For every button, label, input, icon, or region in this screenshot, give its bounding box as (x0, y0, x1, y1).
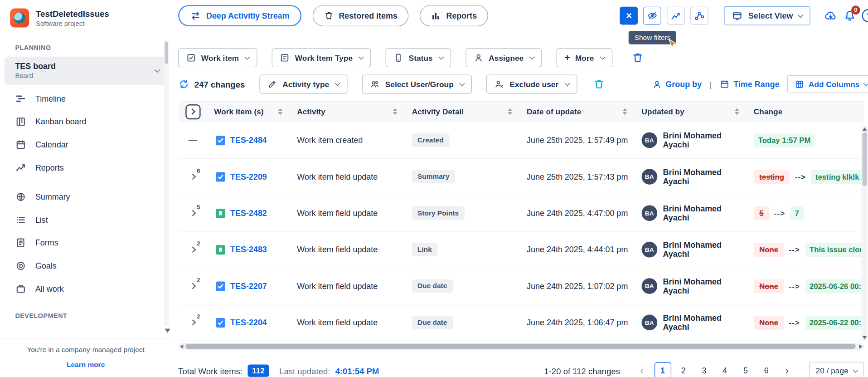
sort-icon[interactable] (508, 108, 512, 115)
chevron-right-icon (189, 173, 196, 180)
sidebar-item-tes-board[interactable]: TES board Board (5, 57, 166, 85)
scroll-up-icon[interactable] (862, 127, 867, 131)
restored-items-button[interactable]: Restored items (312, 5, 408, 26)
board-view-icon (732, 10, 742, 21)
select-user-group-dropdown[interactable]: Select User/Group (362, 74, 472, 93)
sort-icon[interactable] (623, 108, 627, 115)
previous-page-button[interactable]: ‹ (634, 362, 650, 377)
page-button-3[interactable]: 3 (696, 362, 713, 377)
activity-type-filter-dropdown[interactable]: Activity type (259, 74, 347, 93)
sidebar-item-forms[interactable]: Forms (0, 231, 171, 254)
exclude-user-dropdown[interactable]: Exclude user (487, 74, 577, 93)
table-row: — TES-2484 Work item created Created Jun… (178, 122, 864, 159)
sort-icon[interactable] (393, 108, 398, 115)
work-item-type-icon (280, 53, 290, 63)
sort-icon[interactable] (735, 108, 739, 115)
more-filters-dropdown[interactable]: + More (557, 48, 612, 67)
change-new-value: 2025-06-26 00: (805, 279, 864, 293)
status-filter-dropdown[interactable]: Status (386, 48, 451, 67)
row-expand-button[interactable]: 6 (185, 169, 201, 184)
sidebar-item-goals[interactable]: Goals (0, 254, 171, 277)
work-item-type-icon (216, 245, 225, 255)
deep-activity-stream-tab[interactable]: Deep Activitiy Stream (178, 5, 301, 26)
notifications-button[interactable]: 0 (844, 9, 856, 22)
child-count: 5 (197, 204, 200, 211)
expand-all-button[interactable] (185, 104, 200, 119)
table-row: 6 TES-2209 Work item field update Summar… (178, 159, 864, 195)
column-header: Date of update (527, 107, 581, 116)
horizontal-scrollbar[interactable] (178, 343, 864, 350)
work-item-key-link[interactable]: TES-2482 (230, 209, 267, 218)
chevron-right-icon (189, 210, 196, 216)
row-expand-button[interactable]: 2 (185, 242, 201, 257)
sidebar-item-all-work[interactable]: All work (0, 277, 171, 300)
work-item-type-filter-dropdown[interactable]: Work Item Type (272, 48, 371, 67)
sidebar-scrollbar[interactable] (164, 40, 169, 327)
sidebar-item-kanban-board[interactable]: Kanban board (0, 110, 171, 133)
main-content: Deep Activitiy Stream Restored items Rep… (171, 0, 868, 377)
activity-detail-badge: Due date (412, 279, 453, 293)
page-button-2[interactable]: 2 (675, 362, 692, 377)
page-size-dropdown[interactable]: 20 / page (809, 362, 864, 377)
refresh-icon[interactable] (178, 78, 189, 90)
row-expand-button[interactable]: 5 (185, 206, 201, 220)
scroll-left-icon[interactable] (180, 344, 183, 349)
chevron-down-icon (564, 80, 570, 86)
plus-icon: + (564, 52, 570, 64)
page-button-1[interactable]: 1 (655, 362, 671, 377)
sidebar-item-calendar[interactable]: Calendar (0, 133, 171, 156)
vertical-scrollbar-thumb[interactable] (862, 132, 867, 186)
time-range-button[interactable]: Time Range (719, 79, 779, 89)
work-item-filter-dropdown[interactable]: Work item (178, 48, 257, 67)
learn-more-link[interactable]: Learn more (67, 361, 105, 368)
reports-button[interactable]: Reports (420, 5, 488, 26)
next-page-button[interactable]: › (779, 362, 795, 377)
page-button-5[interactable]: 5 (737, 362, 754, 377)
sidebar-item-timeline[interactable]: Timeline (0, 87, 171, 110)
stream-icon (190, 10, 201, 21)
close-filters-button[interactable]: × (620, 7, 638, 25)
export-button[interactable] (824, 9, 838, 23)
work-item-key-link[interactable]: TES-2209 (230, 172, 267, 181)
sort-icon[interactable] (278, 108, 282, 115)
person-icon (652, 79, 662, 89)
sidebar-scroll-down-icon[interactable] (165, 328, 170, 333)
add-columns-button[interactable]: Add Columns (787, 75, 868, 93)
clear-activity-filters-trash-button[interactable] (593, 78, 605, 90)
child-count: 2 (197, 313, 200, 320)
bar-chart-icon (431, 10, 441, 20)
horizontal-scrollbar-thumb[interactable] (185, 344, 856, 349)
vertical-scrollbar[interactable] (861, 126, 868, 341)
sidebar-item-label: Goals (35, 261, 57, 270)
scatter-plot-button[interactable] (691, 7, 709, 25)
app-window: TestDeletedIssues Software project PLANN… (0, 0, 868, 377)
chevron-down-icon (529, 54, 535, 59)
scroll-down-icon[interactable] (862, 336, 867, 339)
date-cell: June 24th 2025, 1:07:02 pm (520, 282, 635, 291)
group-by-button[interactable]: Group by (652, 79, 702, 89)
sidebar-item-reports[interactable]: Reports (0, 156, 171, 179)
work-item-key-link[interactable]: TES-2207 (230, 282, 267, 291)
row-expand-button[interactable]: 2 (185, 279, 201, 293)
trend-chart-button[interactable] (667, 7, 685, 25)
sidebar-item-summary[interactable]: Summary (0, 185, 171, 208)
help-button[interactable]: ? (862, 9, 868, 23)
page-button-6[interactable]: 6 (758, 362, 775, 377)
work-item-key-link[interactable]: TES-2204 (230, 318, 267, 327)
date-cell: June 25th 2025, 1:57:49 pm (520, 136, 635, 145)
work-item-key-link[interactable]: TES-2484 (230, 136, 267, 145)
page-button-4[interactable]: 4 (717, 362, 733, 377)
clear-filters-trash-button[interactable] (631, 52, 644, 64)
activity-cell: Work item field update (290, 209, 405, 218)
sidebar-item-list[interactable]: List (0, 208, 171, 231)
sidebar-scrollbar-thumb[interactable] (165, 41, 168, 64)
select-view-dropdown[interactable]: Select View (724, 6, 810, 25)
assignee-filter-dropdown[interactable]: Assignee (466, 48, 542, 67)
change-old-value: None (754, 279, 784, 293)
chevron-down-icon (335, 80, 340, 86)
work-item-icon (186, 53, 196, 63)
work-item-key-link[interactable]: TES-2483 (230, 245, 267, 254)
row-expand-button[interactable]: 2 (185, 315, 201, 330)
show-filters-button[interactable] (644, 7, 662, 25)
scroll-right-icon[interactable] (859, 344, 862, 349)
